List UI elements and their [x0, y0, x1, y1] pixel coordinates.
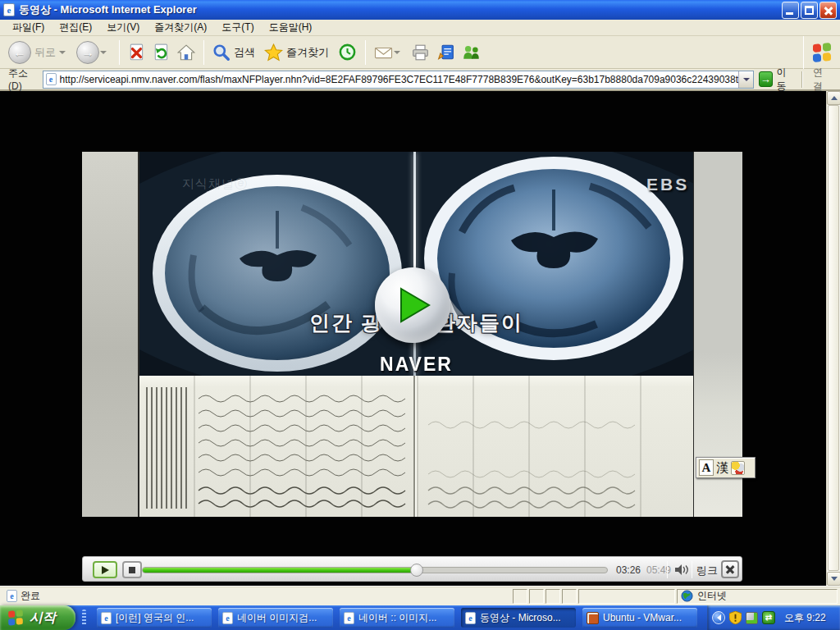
mail-icon	[374, 44, 393, 61]
status-main-pane: e 완료	[2, 589, 511, 604]
tray-app-icon[interactable]	[746, 612, 758, 624]
start-label: 시작	[30, 609, 56, 627]
vertical-scrollbar[interactable]	[826, 91, 840, 586]
print-button[interactable]	[408, 41, 433, 64]
close-button[interactable]	[819, 2, 837, 19]
mail-dropdown-icon[interactable]	[394, 51, 400, 54]
ie-page-icon: e	[7, 590, 17, 602]
status-pane	[562, 589, 577, 604]
address-label: 주소(D)	[8, 66, 38, 92]
refresh-icon	[153, 43, 171, 62]
restore-icon	[805, 6, 814, 15]
ime-english-button[interactable]: A	[699, 459, 714, 476]
search-icon	[212, 43, 231, 62]
toolbar-separator	[365, 40, 366, 65]
toolbar-separator	[203, 40, 204, 65]
taskbar-item-5[interactable]: Ubuntu - VMwar...	[582, 608, 697, 628]
browser-content: 지식채널ⓔ EBS	[0, 91, 840, 586]
menu-file[interactable]: 파일(F)	[5, 19, 52, 36]
tray-collapse-button[interactable]	[712, 611, 725, 624]
status-pane	[513, 589, 527, 604]
ime-language-bar[interactable]: A 漢	[696, 457, 756, 478]
quick-launch-grip[interactable]	[82, 609, 86, 626]
menu-help[interactable]: 도움말(H)	[262, 19, 320, 36]
forward-dropdown-icon[interactable]	[100, 51, 107, 54]
menu-edit[interactable]: 편집(E)	[52, 19, 99, 36]
task-label: [이런] 영국의 인...	[116, 611, 194, 625]
restore-button[interactable]	[801, 2, 818, 19]
system-tray: ⇄ 오후 9:22	[707, 605, 840, 630]
favorites-button[interactable]: 즐겨찾기	[261, 41, 335, 64]
ebs-logo: EBS	[646, 175, 689, 194]
controls-separator	[667, 561, 668, 578]
menu-bar: 파일(F) 편집(E) 보기(V) 즐겨찾기(A) 도구(T) 도움말(H)	[0, 20, 840, 36]
star-icon	[264, 43, 283, 62]
taskbar-item-2[interactable]: e 네이버 이미지검...	[218, 608, 333, 628]
go-button[interactable]: → 이동	[759, 66, 793, 94]
home-button[interactable]	[174, 41, 199, 64]
standard-toolbar: ← 뒤로 →	[0, 36, 840, 69]
volume-icon[interactable]	[675, 564, 690, 575]
search-label: 검색	[234, 45, 255, 60]
search-button[interactable]: 검색	[209, 41, 261, 64]
mail-button[interactable]	[371, 42, 408, 63]
scroll-up-button[interactable]	[827, 91, 840, 105]
chevron-up-icon	[831, 96, 838, 100]
chevron-down-icon	[831, 577, 838, 581]
go-label: 이동	[777, 66, 793, 94]
home-icon	[177, 43, 195, 62]
play-overlay-button[interactable]	[375, 267, 450, 343]
window-titlebar: e 동영상 - Microsoft Internet Explorer	[0, 0, 840, 20]
minimize-button[interactable]	[782, 2, 799, 19]
player-play-button[interactable]	[93, 561, 117, 578]
taskbar-item-4-active[interactable]: e 동영상 - Microso...	[461, 608, 576, 628]
address-bar: 주소(D) e http://serviceapi.nmv.naver.com/…	[0, 69, 840, 91]
windows-flag-icon	[8, 609, 23, 625]
address-input[interactable]: e http://serviceapi.nmv.naver.com/flash/…	[43, 71, 754, 89]
back-dropdown-icon[interactable]	[59, 51, 66, 54]
status-pane	[578, 589, 675, 604]
windows-throbber	[804, 36, 840, 69]
internet-globe-icon	[681, 590, 693, 602]
start-button[interactable]: 시작	[0, 605, 75, 630]
status-zone-pane: 인터넷	[677, 589, 838, 604]
seek-bar[interactable]	[142, 567, 608, 573]
eeg-grid-lines	[139, 376, 693, 517]
player-link-button[interactable]: 링크	[696, 564, 718, 578]
taskbar-item-3[interactable]: e 네이버 :: 이미지...	[340, 608, 454, 628]
back-button[interactable]: ← 뒤로	[5, 39, 73, 66]
tray-update-icon[interactable]: ⇄	[762, 611, 775, 624]
naver-logo: NAVER	[139, 354, 693, 376]
messenger-button[interactable]	[459, 41, 485, 64]
vmware-icon	[587, 612, 599, 624]
forward-button[interactable]: →	[73, 39, 114, 66]
scroll-down-button[interactable]	[827, 572, 840, 586]
ie-window-icon: e	[3, 3, 15, 16]
menu-view[interactable]: 보기(V)	[99, 19, 147, 36]
chevron-down-icon	[743, 78, 750, 81]
ie-page-icon: e	[465, 612, 476, 624]
taskbar-item-1[interactable]: e [이런] 영국의 인...	[97, 608, 212, 628]
taskbar: 시작 e [이런] 영국의 인... e 네이버 이미지검... e 네이버 :…	[0, 605, 840, 630]
links-label[interactable]: 연결	[806, 66, 837, 94]
refresh-button[interactable]	[149, 41, 174, 64]
player-close-button[interactable]	[721, 560, 739, 578]
security-shield-icon[interactable]	[729, 611, 742, 624]
stop-button[interactable]	[125, 41, 149, 64]
ime-options-icon[interactable]	[731, 461, 745, 475]
scrollbar-thumb[interactable]	[828, 105, 839, 571]
edit-button[interactable]	[433, 41, 459, 64]
player-stop-button[interactable]	[122, 561, 142, 578]
window-title: 동영상 - Microsoft Internet Explorer	[19, 2, 782, 17]
address-dropdown-button[interactable]	[738, 71, 753, 88]
address-url[interactable]: http://serviceapi.nmv.naver.com/flash/ma…	[60, 74, 738, 85]
video-frame[interactable]: 지식채널ⓔ EBS	[82, 152, 742, 517]
task-label: Ubuntu - VMwar...	[603, 612, 682, 623]
ime-hanja-button[interactable]: 漢	[716, 459, 728, 476]
menu-tools[interactable]: 도구(T)	[214, 19, 261, 36]
minimize-icon	[786, 12, 793, 15]
menu-favorites[interactable]: 즐겨찾기(A)	[147, 19, 214, 36]
eeg-label-column	[146, 387, 190, 509]
seek-handle[interactable]	[410, 564, 423, 577]
history-button[interactable]	[335, 40, 360, 64]
